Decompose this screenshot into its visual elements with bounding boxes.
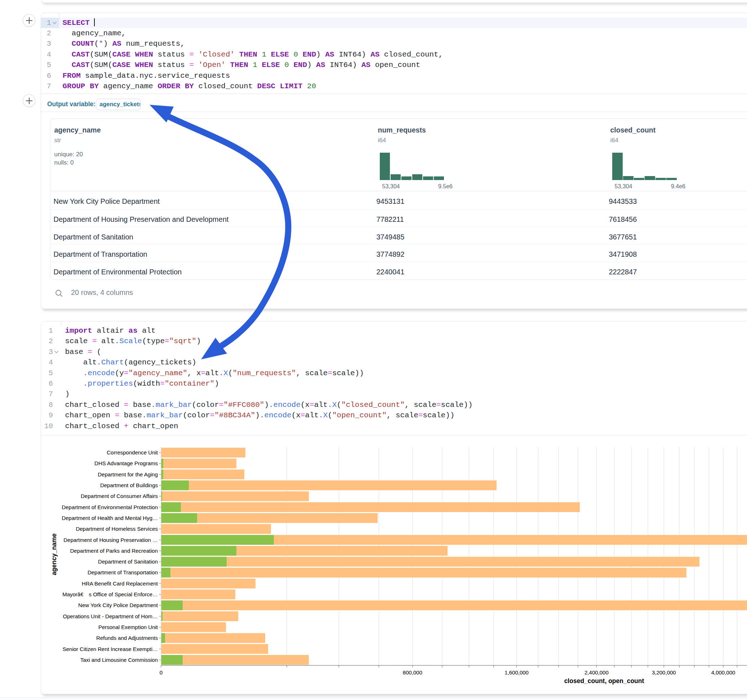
- svg-text:Senior Citizen Rent Increase E: Senior Citizen Rent Increase Exempti…: [63, 646, 158, 652]
- svg-text:Department of Homeless Service: Department of Homeless Services: [76, 526, 158, 532]
- svg-text:Correspondence Unit: Correspondence Unit: [107, 450, 158, 456]
- svg-text:HRA Benefit Card Replacement: HRA Benefit Card Replacement: [82, 581, 158, 587]
- svg-text:4,000,000: 4,000,000: [711, 669, 735, 676]
- svg-text:1,600,000: 1,600,000: [505, 669, 529, 676]
- svg-text:Operations Unit - Department o: Operations Unit - Department of Hom…: [63, 613, 158, 619]
- svg-text:Department for the Aging: Department for the Aging: [98, 471, 158, 477]
- svg-text:Mayorâ€ s Office of Special En: Mayorâ€ s Office of Special Enforce…: [62, 591, 158, 597]
- svg-text:Personal Exemption Unit: Personal Exemption Unit: [98, 624, 158, 630]
- svg-text:Department of Parks and Recrea: Department of Parks and Recreation: [70, 548, 158, 554]
- svg-text:agency_name: agency_name: [50, 533, 57, 575]
- svg-text:Department of Transportation: Department of Transportation: [88, 569, 158, 575]
- svg-text:Department of Consumer Affairs: Department of Consumer Affairs: [81, 493, 158, 499]
- svg-text:Refunds and Adjustments: Refunds and Adjustments: [96, 635, 158, 641]
- svg-text:Department of Housing Preserva: Department of Housing Preservation …: [64, 537, 158, 543]
- svg-text:Taxi and Limousine Commission: Taxi and Limousine Commission: [80, 657, 158, 663]
- svg-text:Department of Buildings: Department of Buildings: [100, 482, 158, 488]
- svg-text:3,200,000: 3,200,000: [652, 669, 676, 676]
- svg-text:New York City Police Departmen: New York City Police Department: [78, 602, 158, 608]
- svg-text:DHS Advantage Programs: DHS Advantage Programs: [94, 460, 158, 466]
- svg-text:2,400,000: 2,400,000: [584, 669, 609, 676]
- svg-text:0: 0: [160, 669, 163, 676]
- svg-text:Department of Sanitation: Department of Sanitation: [98, 558, 158, 564]
- svg-text:800,000: 800,000: [403, 669, 422, 676]
- svg-text:Department of Environmental Pr: Department of Environmental Protection: [62, 504, 158, 510]
- svg-text:Department of Health and Menta: Department of Health and Mental Hyg…: [62, 515, 158, 521]
- svg-text:closed_count, open_count: closed_count, open_count: [564, 677, 644, 685]
